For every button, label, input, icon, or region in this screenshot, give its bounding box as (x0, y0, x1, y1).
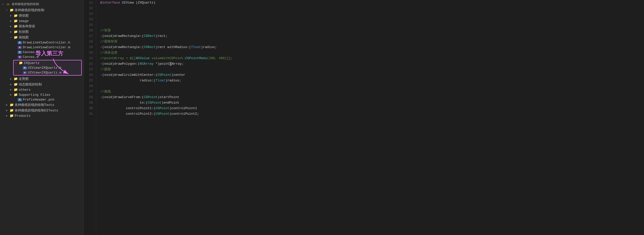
code-line-25: radius:(float)radius; (100, 78, 640, 83)
sidebar-label-uiview-zx-m: UIView+ZXQuartz.m (28, 71, 62, 75)
file-icon-canvas-h: h (18, 51, 22, 54)
sidebar-item-zxquartz[interactable]: 📁 ZXQuartz (14, 60, 81, 65)
sidebar-item-canvas-m[interactable]: m Canvas.m (0, 55, 83, 59)
sidebar-label-drawline-m: DrawLineViewController.m (23, 45, 70, 49)
arrow-uitests (6, 109, 9, 112)
arrow-trend (10, 77, 13, 80)
folder-icon-dynamic: 📁 (14, 82, 18, 86)
arrow-drawline-m (14, 46, 17, 49)
ln-27: 27 (84, 89, 93, 95)
sidebar-item-others[interactable]: 📁 others (0, 87, 83, 92)
arrow-prefix (14, 98, 17, 101)
sidebar-label-trend: 走势图 (19, 77, 29, 81)
sidebar-item-products[interactable]: 📁 Products (0, 113, 83, 118)
arrow-drawline-h (14, 41, 17, 44)
ln-23: 23 (84, 67, 93, 72)
ln-13: 13 (84, 11, 93, 17)
sidebar-item-drawline-m[interactable]: m DrawLineViewController.m (0, 45, 83, 50)
arrow-dynamic (10, 83, 13, 86)
sidebar-root-label: 各种曲线折线的绘制 (12, 2, 39, 6)
sidebar-item-tests[interactable]: 📁 各种曲线折线的绘制Tests (0, 102, 83, 108)
arrow-zxquartz (15, 61, 18, 64)
sidebar-label-canvas-h: Canvas.h (23, 50, 38, 54)
ln-19: 19 (84, 44, 93, 50)
code-line-12 (100, 6, 640, 11)
code-line-13 (100, 11, 640, 17)
arrow-others (10, 88, 13, 91)
ln-14: 14 (84, 17, 93, 22)
code-line-30: controlPoint2:(CGPoint)controlPoint2; (100, 111, 640, 117)
code-content[interactable]: @interface UIView (ZXQuartz) //矩形 -(void… (96, 0, 644, 235)
ln-31: 31 (84, 111, 93, 117)
arrow-products (6, 114, 9, 117)
ln-25: 25 (84, 78, 93, 83)
ln-18: 18 (84, 39, 93, 44)
folder-icon-zxquartz: 📁 (19, 61, 23, 65)
sidebar-label-canvas-m: Canvas.m (23, 55, 38, 59)
sidebar-item-uiview-zx-m[interactable]: m UIView+ZXQuartz.m (14, 70, 81, 75)
arrow-canvas-h (14, 51, 17, 54)
file-icon-uiview-zx-m: m (23, 71, 27, 74)
sidebar-label-products: Products (15, 114, 30, 118)
code-line-18: //圆角矩形 (100, 39, 640, 44)
sidebar-item-prefix[interactable]: h PrefixHeader.pch (0, 97, 83, 102)
ln-30: 30 (84, 106, 93, 111)
arrow-shapes (10, 25, 13, 28)
ln-12: 12 (84, 6, 93, 11)
file-icon-uiview-zx-h: h (23, 66, 27, 69)
ln-17: 17 (84, 33, 93, 39)
arrow-root-group (6, 9, 9, 12)
sidebar-label-prefix: PrefixHeader.pch (23, 98, 54, 102)
arrow-canvas-m (14, 56, 17, 59)
sidebar-root[interactable]: 🗂 各种曲线折线的绘制 (0, 1, 83, 7)
ln-22: 22 (84, 61, 93, 67)
sidebar-label-supporting: Supporting Files (19, 93, 50, 97)
ln-15: 15 (84, 22, 93, 28)
ln-29: 29 (84, 100, 93, 106)
sidebar-label-image: image (19, 19, 29, 23)
sidebar-label-root-group: 各种曲线折线的绘制 (15, 8, 44, 12)
folder-icon-tests: 📁 (10, 103, 14, 107)
folder-icon-pie: 📁 (14, 14, 18, 18)
code-line-16: //矩形 (100, 28, 640, 33)
file-icon-drawline-m: m (18, 46, 22, 49)
code-line-17: -(void)drawRectangle:(CGRect)rect; (100, 33, 640, 39)
sidebar-label-line: 画线图 (19, 35, 29, 40)
folder-icon-others: 📁 (14, 88, 18, 92)
sidebar-item-dynamic[interactable]: 📁 动态曲线的绘制 (0, 82, 83, 87)
sidebar-item-root-group[interactable]: 📁 各种曲线折线的绘制 (0, 7, 83, 13)
sidebar-item-shapes[interactable]: 📁 画各种形状 (0, 24, 83, 29)
sidebar-item-supporting[interactable]: 📁 Supporting Files (0, 92, 83, 97)
sidebar-label-zxquartz: ZXQuartz (24, 61, 39, 65)
folder-icon-bar: 📁 (14, 30, 18, 34)
sidebar-item-bar[interactable]: 📁 柱状图 (0, 29, 83, 35)
sidebar-label-uiview-zx-h: UIView+ZXQuartz.h (28, 66, 62, 70)
ln-11: 11 (84, 0, 93, 6)
sidebar-item-uiview-zx-h[interactable]: h UIView+ZXQuartz.h (14, 65, 81, 70)
file-icon-drawline-h: h (18, 41, 22, 44)
sidebar: 🗂 各种曲线折线的绘制 📁 各种曲线折线的绘制 📁 饼状图 📁 image 📁 … (0, 0, 84, 235)
ln-20: 20 (84, 50, 93, 56)
sidebar-item-drawline-h[interactable]: h DrawLineViewController.h (0, 40, 83, 45)
sidebar-item-line[interactable]: 📁 画线图 导入第三方 (0, 35, 83, 40)
code-line-29: controlPoint1:(CGPoint)controlPoint1 (100, 106, 640, 111)
sidebar-item-uitests[interactable]: 📁 各种曲线折线的绘制UITests (0, 108, 83, 113)
arrow-tests (6, 103, 9, 106)
folder-icon-line: 📁 (14, 35, 18, 39)
sidebar-item-image[interactable]: 📁 image (0, 18, 83, 24)
code-line-24: -(void)drawCircleWithCenter:(CGPoint)cen… (100, 72, 640, 78)
code-line-28: to:(CGPoint)endPoint (100, 100, 640, 106)
sidebar-label-drawline-h: DrawLineViewController.h (23, 41, 70, 44)
folder-icon: 🗂 (7, 2, 10, 6)
sidebar-item-trend[interactable]: 📁 走势图 (0, 76, 83, 82)
sidebar-item-canvas-h[interactable]: h Canvas.h (0, 50, 83, 55)
line-numbers: 11 12 13 14 15 16 17 18 19 20 21 22 23 2… (84, 0, 96, 235)
code-line-27: -(void)drawCurveFrom:(CGPoint)startPoint (100, 95, 640, 100)
arrow-uiview-zx-h (19, 66, 22, 69)
ln-28: 28 (84, 95, 93, 100)
code-line-23: //圆形 (100, 67, 640, 72)
code-line-15 (100, 22, 640, 28)
code-line-14 (100, 17, 640, 22)
sidebar-item-pie[interactable]: 📁 饼状图 (0, 13, 83, 18)
folder-icon-uitests: 📁 (10, 108, 14, 112)
